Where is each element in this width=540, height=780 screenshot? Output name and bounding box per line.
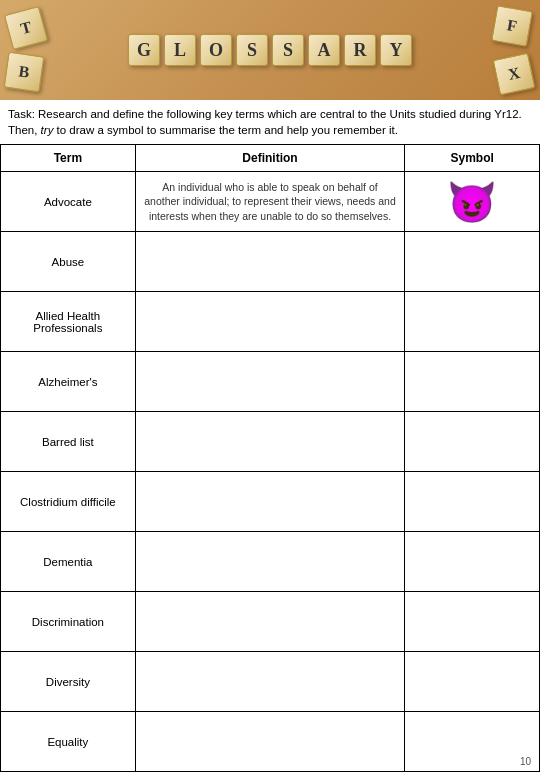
definition-cell <box>135 232 405 292</box>
term-cell: Clostridium difficile <box>1 472 136 532</box>
header-banner: T F B X G L O S S A R Y <box>0 0 540 100</box>
header-symbol: Symbol <box>405 145 540 172</box>
term-label: Clostridium difficile <box>20 496 116 508</box>
corner-tile-br: X <box>493 53 536 96</box>
definition-cell <box>135 472 405 532</box>
term-label: Abuse <box>52 256 85 268</box>
term-cell: Dementia <box>1 532 136 592</box>
symbol-cell <box>405 592 540 652</box>
corner-tile-tr: F <box>491 5 533 47</box>
tile-o: O <box>200 34 232 66</box>
symbol-cell <box>405 352 540 412</box>
term-cell: Alzheimer's <box>1 352 136 412</box>
term-label: Diversity <box>46 676 90 688</box>
glossary-table: Term Definition Symbol Advocate An indiv… <box>0 144 540 772</box>
task-description: Task: Research and define the following … <box>0 100 540 144</box>
definition-cell <box>135 412 405 472</box>
symbol-cell: 10 <box>405 712 540 772</box>
tile-s2: S <box>272 34 304 66</box>
task-italic: try <box>41 124 54 136</box>
tile-a: A <box>308 34 340 66</box>
term-cell: Equality <box>1 712 136 772</box>
glossary-title: G L O S S A R Y <box>128 34 412 66</box>
table-row: Allied Health Professionals <box>1 292 540 352</box>
tile-r: R <box>344 34 376 66</box>
term-label: Discrimination <box>32 616 104 628</box>
table-row: Discrimination <box>1 592 540 652</box>
table-row: Diversity <box>1 652 540 712</box>
term-label: Equality <box>47 736 88 748</box>
page-number: 10 <box>520 756 531 767</box>
tile-y: Y <box>380 34 412 66</box>
definition-cell <box>135 712 405 772</box>
symbol-cell <box>405 232 540 292</box>
term-cell: Discrimination <box>1 592 136 652</box>
term-cell: Advocate <box>1 172 136 232</box>
symbol-cell <box>405 652 540 712</box>
table-row: Clostridium difficile <box>1 472 540 532</box>
table-row: Dementia <box>1 532 540 592</box>
definition-text: An individual who is able to speak on be… <box>144 181 396 222</box>
tile-l: L <box>164 34 196 66</box>
term-label: Alzheimer's <box>38 376 97 388</box>
term-label: Advocate <box>44 196 92 208</box>
definition-cell <box>135 652 405 712</box>
symbol-cell <box>405 412 540 472</box>
term-cell: Allied Health Professionals <box>1 292 136 352</box>
symbol-cell <box>405 292 540 352</box>
definition-cell <box>135 532 405 592</box>
tile-g: G <box>128 34 160 66</box>
corner-tile-bl: B <box>4 52 45 93</box>
header-term: Term <box>1 145 136 172</box>
symbol-cell: 😈 <box>405 172 540 232</box>
term-cell: Diversity <box>1 652 136 712</box>
table-row: Equality 10 <box>1 712 540 772</box>
table-header-row: Term Definition Symbol <box>1 145 540 172</box>
tile-s1: S <box>236 34 268 66</box>
term-label: Barred list <box>42 436 94 448</box>
table-row: Alzheimer's <box>1 352 540 412</box>
task-text2: to draw a symbol to summarise the term a… <box>53 124 398 136</box>
devil-icon: 😈 <box>447 180 497 224</box>
definition-cell <box>135 352 405 412</box>
table-row: Barred list <box>1 412 540 472</box>
term-cell: Barred list <box>1 412 136 472</box>
table-row: Abuse <box>1 232 540 292</box>
symbol-cell <box>405 472 540 532</box>
definition-cell <box>135 292 405 352</box>
term-cell: Abuse <box>1 232 136 292</box>
header-definition: Definition <box>135 145 405 172</box>
definition-cell: An individual who is able to speak on be… <box>135 172 405 232</box>
term-label: Dementia <box>43 556 92 568</box>
table-row: Advocate An individual who is able to sp… <box>1 172 540 232</box>
definition-cell <box>135 592 405 652</box>
term-label: Allied Health Professionals <box>33 310 102 334</box>
symbol-cell <box>405 532 540 592</box>
